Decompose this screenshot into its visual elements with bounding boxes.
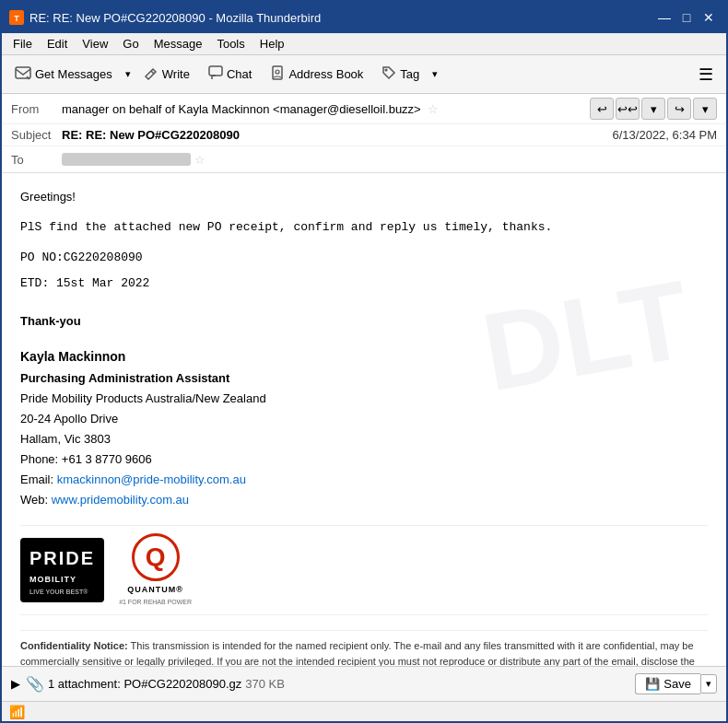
minimize-button[interactable]: — [654, 7, 675, 28]
svg-line-3 [151, 71, 154, 74]
reply-all-button[interactable]: ↩↩ [616, 98, 640, 120]
save-button-group: 💾 Save ▾ [635, 673, 717, 694]
save-label: Save [663, 677, 691, 691]
attachment-size: 370 KB [245, 677, 285, 691]
quantum-logo: Q QUANTUM® #1 FOR REHAB POWER [119, 533, 192, 607]
subject-label: Subject [11, 128, 62, 142]
subject-row: Subject RE: RE: New PO#CG220208090 6/13/… [2, 124, 726, 146]
greeting-text: Greetings! [20, 188, 708, 207]
get-messages-label: Get Messages [35, 67, 112, 81]
save-dropdown-button[interactable]: ▾ [700, 674, 717, 694]
write-button[interactable]: Write [136, 62, 197, 87]
menu-tools[interactable]: Tools [209, 35, 252, 52]
menu-bar: File Edit View Go Message Tools Help [2, 33, 726, 55]
hamburger-menu-button[interactable]: ☰ [691, 61, 721, 88]
chat-label: Chat [227, 67, 252, 81]
sig-company: Pride Mobility Products Australia/New Ze… [20, 389, 708, 409]
address-book-label: Address Book [288, 67, 363, 81]
to-label: To [11, 153, 62, 167]
quantum-circle: Q [132, 533, 180, 581]
pride-text: PRIDE [29, 543, 95, 573]
nav-down-button[interactable]: ▾ [641, 98, 665, 120]
tag-button[interactable]: Tag [374, 62, 427, 87]
maximize-button[interactable]: □ [676, 7, 697, 28]
quantum-label: QUANTUM® [127, 583, 183, 596]
pride-tagline: LIVE YOUR BEST® [29, 587, 88, 597]
title-bar-left: T RE: RE: New PO#CG220208090 - Mozilla T… [9, 10, 321, 25]
reply-button[interactable]: ↩ [590, 98, 614, 120]
close-button[interactable]: ✕ [699, 7, 719, 28]
body-line1: PlS find the attached new PO receipt, co… [20, 218, 708, 238]
sig-address2: Hallam, Vic 3803 [20, 429, 708, 449]
pride-logo: PRIDE MOBILITY LIVE YOUR BEST® [20, 538, 104, 602]
attachment-expand-button[interactable]: ▶ [11, 677, 20, 691]
toolbar-right: ☰ [691, 61, 721, 88]
sig-title: Purchasing Administration Assistant [20, 368, 708, 389]
menu-message[interactable]: Message [147, 35, 210, 52]
sig-email-link[interactable]: kmackinnon@pride-mobility.com.au [57, 472, 246, 486]
menu-view[interactable]: View [75, 35, 115, 52]
window-title: RE: RE: New PO#CG220208090 - Mozilla Thu… [29, 11, 321, 25]
svg-rect-4 [209, 66, 222, 76]
to-value [62, 153, 191, 166]
nav-buttons: ↩ ↩↩ ▾ ↪ ▾ [590, 98, 717, 120]
etd-info: ETD: 15st Mar 2022 [20, 274, 708, 294]
sig-email-row: Email: kmackinnon@pride-mobility.com.au [20, 470, 708, 490]
email-body: DLT Greetings! PlS find the attached new… [2, 173, 726, 666]
confidentiality-notice: Confidentiality Notice: This transmissio… [20, 630, 708, 666]
svg-point-6 [276, 70, 279, 74]
menu-go[interactable]: Go [115, 35, 146, 52]
title-bar-controls: — □ ✕ [654, 7, 719, 28]
sig-web-label: Web: [20, 493, 52, 507]
sig-name: Kayla Mackinnon [20, 346, 708, 368]
menu-file[interactable]: File [6, 35, 40, 52]
from-row: From manager on behalf of Kayla Mackinno… [2, 94, 726, 124]
address-book-button[interactable]: Address Book [263, 62, 370, 87]
write-label: Write [162, 67, 190, 81]
main-window: T RE: RE: New PO#CG220208090 - Mozilla T… [0, 0, 728, 723]
save-main-button[interactable]: 💾 Save [635, 673, 700, 694]
from-star-icon[interactable]: ☆ [428, 102, 439, 116]
address-book-icon [270, 65, 285, 84]
signature-block: Kayla Mackinnon Purchasing Administratio… [20, 346, 708, 510]
more-button[interactable]: ▾ [693, 98, 717, 120]
chat-button[interactable]: Chat [201, 62, 259, 87]
status-bar: 📶 [2, 701, 726, 721]
menu-help[interactable]: Help [252, 35, 292, 52]
sig-web-row: Web: www.pridemobility.com.au [20, 490, 708, 510]
get-messages-button[interactable]: Get Messages [7, 61, 120, 88]
subject-value: RE: RE: New PO#CG220208090 [62, 128, 613, 142]
from-label: From [11, 102, 62, 116]
email-content: Greetings! PlS find the attached new PO … [20, 188, 708, 666]
forward-button[interactable]: ↪ [667, 98, 691, 120]
menu-edit[interactable]: Edit [40, 35, 75, 52]
connection-icon: 📶 [9, 705, 25, 719]
attachment-bar: ▶ 📎 1 attachment: PO#CG220208090.gz 370 … [2, 666, 726, 701]
title-bar: T RE: RE: New PO#CG220208090 - Mozilla T… [2, 2, 726, 33]
svg-rect-2 [16, 67, 30, 78]
chat-icon [208, 65, 223, 84]
po-number: PO NO:CG220208090 [20, 249, 708, 268]
sig-email-label: Email: [20, 472, 57, 486]
attachment-icon: 📎 [26, 675, 44, 693]
to-star-icon[interactable]: ☆ [194, 153, 205, 167]
pride-mobility-text: MOBILITY [29, 573, 76, 586]
attachment-text: 1 attachment: PO#CG220208090.gz [48, 677, 241, 691]
tag-label: Tag [400, 67, 419, 81]
to-row: To ☆ [2, 146, 726, 172]
sig-web-link[interactable]: www.pridemobility.com.au [52, 493, 189, 507]
tag-dropdown[interactable]: ▾ [430, 64, 440, 84]
svg-text:T: T [14, 14, 19, 23]
write-icon [144, 65, 159, 84]
get-messages-dropdown[interactable]: ▾ [123, 64, 133, 84]
email-header: From manager on behalf of Kayla Mackinno… [2, 94, 726, 173]
toolbar: Get Messages ▾ Write Chat [2, 55, 726, 94]
sig-address1: 20-24 Apollo Drive [20, 409, 708, 429]
svg-point-7 [385, 68, 388, 71]
confidentiality-bold: Confidentiality Notice: [20, 640, 128, 651]
quantum-sub: #1 FOR REHAB POWER [119, 597, 192, 607]
logo-area: PRIDE MOBILITY LIVE YOUR BEST® Q QUANTUM… [20, 525, 708, 615]
from-value: manager on behalf of Kayla Mackinnon <ma… [62, 102, 590, 116]
quantum-q: Q [146, 537, 166, 578]
sig-phone: Phone: +61 3 8770 9606 [20, 449, 708, 470]
